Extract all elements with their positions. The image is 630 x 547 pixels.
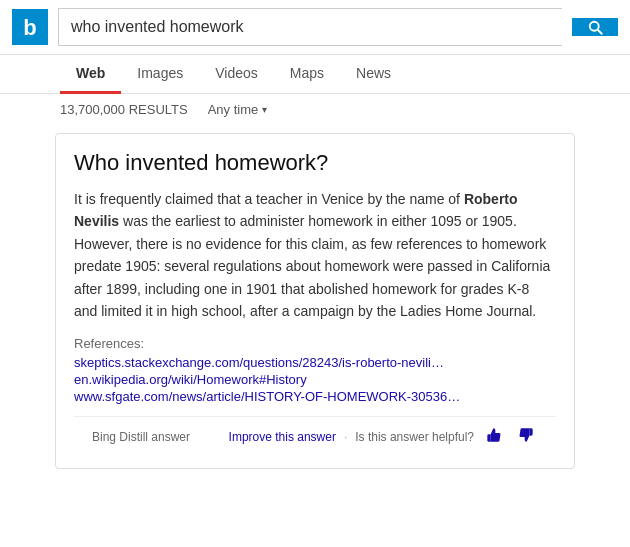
time-filter-dropdown[interactable]: Any time ▾ <box>208 102 268 117</box>
answer-intro-text: It is frequently claimed that a teacher … <box>74 191 464 207</box>
search-bar: who invented homework <box>58 8 562 46</box>
header: b who invented homework <box>0 0 630 55</box>
svg-text:b: b <box>23 15 36 40</box>
helpful-label: Is this answer helpful? <box>355 430 474 444</box>
distill-label: Bing Distill answer <box>92 430 190 444</box>
search-input[interactable]: who invented homework <box>59 9 562 45</box>
answer-card: Who invented homework? It is frequently … <box>55 133 575 469</box>
nav-tabs: Web Images Videos Maps News <box>0 55 630 94</box>
reference-link-3[interactable]: www.sfgate.com/news/article/HISTORY-OF-H… <box>74 389 556 404</box>
tab-news[interactable]: News <box>340 55 407 94</box>
references-label: References: <box>74 336 556 351</box>
reference-link-2[interactable]: en.wikipedia.org/wiki/Homework#History <box>74 372 556 387</box>
tab-maps[interactable]: Maps <box>274 55 340 94</box>
search-icon <box>586 18 604 36</box>
reference-link-1[interactable]: skeptics.stackexchange.com/questions/282… <box>74 355 556 370</box>
search-button[interactable] <box>572 18 618 36</box>
answer-body3: was the earliest to administer homework … <box>74 213 550 319</box>
bing-logo-icon: b <box>12 9 48 45</box>
thumbs-up-button[interactable] <box>482 425 506 448</box>
time-filter-label: Any time <box>208 102 259 117</box>
thumbs-down-icon <box>518 427 534 443</box>
tab-images[interactable]: Images <box>121 55 199 94</box>
results-count: 13,700,000 RESULTS <box>60 102 188 117</box>
thumbs-down-button[interactable] <box>514 425 538 448</box>
chevron-down-icon: ▾ <box>262 104 267 115</box>
answer-body: It is frequently claimed that a teacher … <box>74 188 556 322</box>
footer-actions: Improve this answer · Is this answer hel… <box>229 425 538 448</box>
improve-answer-link[interactable]: Improve this answer <box>229 430 336 444</box>
answer-bold1: Roberto <box>464 191 518 207</box>
card-footer: Bing Distill answer Improve this answer … <box>74 416 556 456</box>
thumbs-up-icon <box>486 427 502 443</box>
answer-title: Who invented homework? <box>74 150 556 176</box>
results-meta: 13,700,000 RESULTS Any time ▾ <box>0 94 630 125</box>
footer-separator: · <box>344 430 347 444</box>
tab-web[interactable]: Web <box>60 55 121 94</box>
tab-videos[interactable]: Videos <box>199 55 274 94</box>
answer-bold2: Nevilis <box>74 213 119 229</box>
